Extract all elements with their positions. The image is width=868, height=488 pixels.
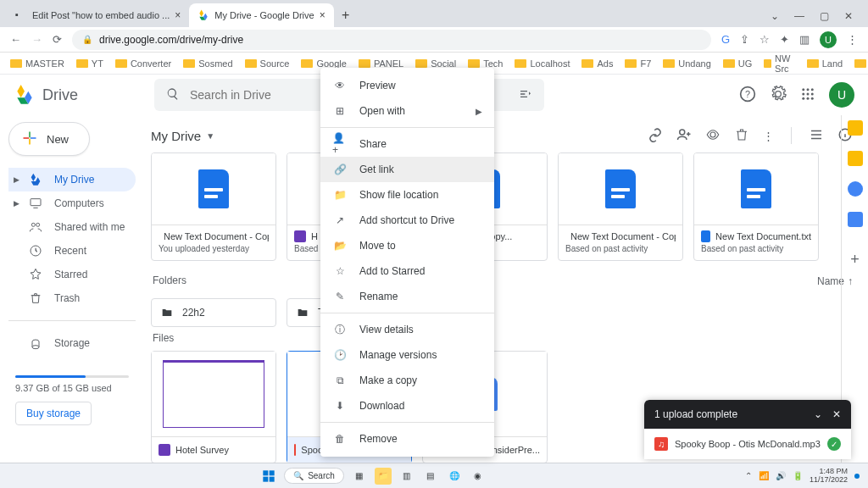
apps-icon[interactable] (800, 86, 815, 104)
chevron-right-icon[interactable]: ▶ (14, 199, 19, 208)
ctx-download[interactable]: ⬇Download (320, 393, 494, 419)
ctx-make-a-copy[interactable]: ⧉Make a copy (320, 368, 494, 393)
chevron-down-icon[interactable]: ⌄ (814, 408, 822, 420)
trash-icon[interactable] (734, 127, 749, 145)
file-card[interactable]: Hotel Survey (151, 351, 276, 463)
minimize-icon[interactable]: — (794, 10, 804, 22)
person-add-icon[interactable] (676, 127, 692, 145)
edge-icon[interactable]: 🌐 (446, 468, 463, 485)
chevron-down-icon[interactable]: ⌄ (771, 10, 779, 22)
suggested-card[interactable]: New Text Document.txtBased on past activ… (693, 152, 819, 261)
folder-item[interactable]: 22h2 (151, 298, 276, 327)
close-window-icon[interactable]: ✕ (844, 10, 853, 22)
bookmark-item[interactable]: PANEL (359, 58, 403, 69)
keep-icon[interactable] (848, 151, 863, 166)
app-icon[interactable]: ▤ (422, 468, 439, 485)
sidebar-item-computers[interactable]: ▶Computers (8, 191, 136, 215)
star-icon[interactable]: ☆ (760, 33, 770, 46)
bookmark-item[interactable]: Converter (115, 58, 171, 69)
close-icon[interactable]: × (175, 9, 181, 21)
chevron-right-icon[interactable]: ▶ (14, 175, 19, 184)
volume-icon[interactable]: 🔊 (776, 471, 786, 480)
url-field[interactable]: 🔒 drive.google.com/drive/my-drive (72, 30, 711, 50)
bookmark-item[interactable]: Undang (663, 58, 711, 69)
bookmark-item[interactable]: Land (807, 58, 843, 69)
bookmark-item[interactable]: YT (76, 58, 103, 69)
suggested-card[interactable]: New Text Document - Copy...Based on past… (558, 152, 683, 261)
clock[interactable]: 1:48 PM 11/17/2022 (810, 468, 848, 485)
help-icon[interactable]: ? (739, 86, 756, 105)
bookmark-item[interactable]: NW Src (764, 53, 794, 74)
google-icon[interactable]: G (721, 33, 730, 46)
start-icon[interactable] (260, 468, 277, 485)
bookmark-item[interactable]: TV (854, 58, 868, 69)
drive-logo[interactable]: Drive (14, 84, 141, 106)
ctx-rename[interactable]: ✎Rename (320, 284, 494, 309)
taskbar-search[interactable]: 🔍 Search (284, 468, 344, 484)
close-icon[interactable]: ✕ (832, 408, 841, 420)
task-view-icon[interactable]: ▦ (351, 468, 368, 485)
notification-dot[interactable] (854, 474, 860, 479)
tune-icon[interactable] (519, 87, 532, 103)
eye-icon[interactable] (705, 127, 721, 145)
bookmark-item[interactable]: Tech (468, 58, 503, 69)
sidebar-item-starred[interactable]: Starred (8, 263, 136, 286)
reload-button[interactable]: ⟳ (53, 33, 62, 46)
sidebar-item-my-drive[interactable]: ▶My Drive (8, 168, 136, 191)
list-view-icon[interactable] (809, 127, 824, 145)
close-icon[interactable]: × (320, 9, 326, 21)
sidebar-item-recent[interactable]: Recent (8, 239, 136, 263)
new-tab-button[interactable]: + (334, 3, 358, 27)
account-avatar[interactable]: U (829, 82, 854, 108)
buy-storage-button[interactable]: Buy storage (15, 402, 92, 425)
share-icon[interactable]: ⇪ (740, 33, 749, 46)
ctx-share[interactable]: 👤+Share (320, 131, 494, 157)
battery-icon[interactable]: 🔋 (793, 471, 803, 480)
wifi-icon[interactable]: 📶 (759, 471, 769, 480)
maximize-icon[interactable]: ▢ (820, 10, 829, 22)
explorer-icon[interactable]: 📁 (375, 468, 392, 485)
back-button[interactable]: ← (10, 33, 21, 46)
ctx-preview[interactable]: 👁Preview (320, 73, 494, 98)
sidebar-item-storage[interactable]: Storage (8, 331, 136, 355)
ctx-manage-versions[interactable]: 🕑Manage versions (320, 342, 494, 368)
profile-avatar[interactable]: U (820, 31, 837, 48)
sidebar-item-shared-with-me[interactable]: Shared with me (8, 215, 136, 239)
suggested-card[interactable]: New Text Document - Copy...You uploaded … (151, 152, 276, 261)
gear-icon[interactable] (770, 86, 787, 105)
contacts-icon[interactable] (848, 212, 863, 227)
link-icon[interactable] (648, 127, 663, 145)
bookmark-item[interactable]: F7 (625, 58, 651, 69)
browser-tab[interactable]: My Drive - Google Drive × (189, 3, 333, 27)
bookmark-item[interactable]: Ads (581, 58, 613, 69)
calendar-icon[interactable] (848, 120, 863, 136)
kebab-icon[interactable]: ⋮ (763, 130, 774, 142)
extensions-icon[interactable]: ✦ (780, 33, 789, 46)
bookmark-item[interactable]: MASTER (10, 58, 64, 69)
reading-list-icon[interactable]: ▥ (799, 33, 810, 46)
browser-tab[interactable]: ▪ Edit Post "how to embed audio ... × (7, 3, 189, 27)
chrome-icon[interactable]: ◉ (470, 468, 487, 485)
ctx-show-file-location[interactable]: 📁Show file location (320, 182, 494, 208)
sidebar-item-trash[interactable]: Trash (8, 286, 136, 310)
ctx-add-to-starred[interactable]: ☆Add to Starred (320, 258, 494, 284)
bookmark-item[interactable]: Source (245, 58, 290, 69)
new-button[interactable]: New (8, 122, 90, 156)
ctx-add-shortcut-to-drive[interactable]: ↗Add shortcut to Drive (320, 208, 494, 233)
add-panel-icon[interactable]: + (850, 251, 860, 269)
app-icon[interactable]: ▥ (398, 468, 415, 485)
ctx-open-with[interactable]: ⊞Open with▶ (320, 98, 494, 124)
ctx-move-to[interactable]: 📂Move to (320, 233, 494, 258)
forward-button[interactable]: → (31, 33, 42, 46)
bookmark-item[interactable]: UG (723, 58, 753, 69)
bookmark-item[interactable]: Google (301, 58, 346, 69)
ctx-view-details[interactable]: ⓘView details (320, 317, 494, 342)
bookmark-item[interactable]: Social (415, 58, 456, 69)
ctx-remove[interactable]: 🗑Remove (320, 426, 494, 452)
ctx-get-link[interactable]: 🔗Get link (320, 157, 494, 182)
tasks-icon[interactable] (848, 181, 863, 197)
bookmark-item[interactable]: Sosmed (183, 58, 232, 69)
bookmark-item[interactable]: Localhost (515, 58, 570, 69)
breadcrumb[interactable]: My Drive ▼ (151, 129, 214, 143)
tray-chevron-icon[interactable]: ⌃ (745, 471, 752, 480)
